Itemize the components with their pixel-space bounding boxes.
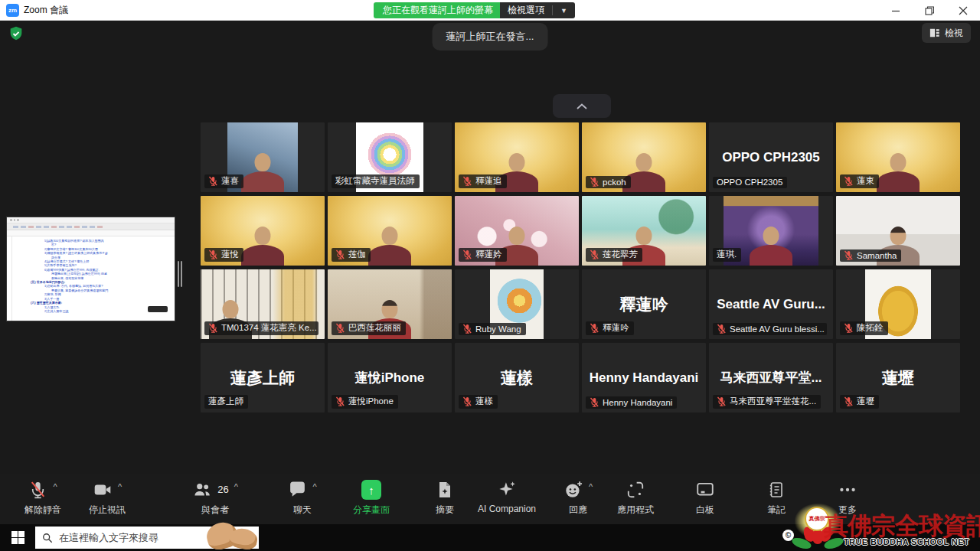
chevron-up-icon[interactable]: ^ <box>53 481 57 492</box>
participants-icon <box>192 480 212 500</box>
participant-tile[interactable]: 蓮樣蓮樣 <box>455 343 579 412</box>
participant-tile[interactable]: Seattle AV Guru...Seattle AV Guru blessi… <box>709 269 833 339</box>
participant-label: 莲伽 <box>332 248 371 262</box>
close-button[interactable] <box>946 0 980 21</box>
gallery-view-button[interactable]: 檢視 <box>922 23 971 43</box>
toolbar-label: 筆記 <box>767 504 786 517</box>
toolbar-label: AI Companion <box>478 504 536 514</box>
participant-tile[interactable]: 蓮彥上師蓮彥上師 <box>201 343 325 412</box>
participant-label: 巴西莲花丽丽 <box>332 321 406 335</box>
participant-tile[interactable]: 莲伽 <box>328 196 452 266</box>
toolbar-chat-button[interactable]: ^聊天 <box>268 480 337 517</box>
participant-label: 马来西亚尊平堂莲花... <box>713 395 821 409</box>
participant-tile[interactable]: 蓮壢蓮壢 <box>836 343 960 412</box>
toolbar-label: 摘要 <box>436 504 454 517</box>
participant-tile[interactable]: 蓮悅 <box>201 196 325 266</box>
ai-companion-icon <box>497 480 517 500</box>
participant-label: 蓮彥上師 <box>204 395 248 409</box>
view-options-button[interactable]: 檢視選項 ▼ <box>500 2 575 18</box>
doc-ruler <box>7 230 175 236</box>
speaking-toast: 蓮訶上師正在發言... <box>433 23 548 51</box>
participant-tile[interactable]: Samantha <box>836 196 960 266</box>
window-title: Zoom 會議 <box>24 4 68 17</box>
apps-icon <box>626 480 645 500</box>
participant-tile[interactable]: 釋蓮吟釋蓮吟 <box>582 269 706 339</box>
restore-button[interactable] <box>913 0 946 21</box>
participant-tile[interactable]: TM01374 蓮花憲亮 Ke... <box>201 269 325 339</box>
toolbar-label: 回應 <box>569 504 587 517</box>
notes-icon <box>767 480 786 500</box>
toolbar-label: 與會者 <box>201 504 229 517</box>
participant-tile[interactable]: 陳拓銓 <box>836 269 960 339</box>
participant-tile[interactable]: 釋蓮追 <box>455 122 579 192</box>
muted-mic-icon <box>208 249 218 259</box>
participant-label: 彩虹雷藏寺蓮員法師 <box>332 174 420 188</box>
toolbar-ai-button[interactable]: AI Companion <box>461 480 553 514</box>
reactions-icon <box>564 480 583 500</box>
start-button[interactable] <box>0 524 35 551</box>
security-shield-icon[interactable] <box>8 25 24 45</box>
whiteboard-icon <box>695 480 715 500</box>
zoom-app-icon: zm <box>6 4 19 17</box>
toolbar-label: 停止視訊 <box>89 504 126 517</box>
participant-grid: 蓮喜彩虹雷藏寺蓮員法師釋蓮追pckohOPPO CPH2305OPPO CPH2… <box>201 122 960 412</box>
chevron-up-icon[interactable]: ^ <box>118 481 122 492</box>
thumbnail-resize-handle[interactable] <box>177 257 183 291</box>
muted-mic-icon <box>590 323 599 333</box>
toolbar-notes-button[interactable]: 筆記 <box>742 480 811 517</box>
toolbar-share-button[interactable]: ↑分享畫面 <box>337 480 406 517</box>
toolbar-whiteboard-button[interactable]: 白板 <box>671 480 740 517</box>
muted-mic-icon <box>462 396 472 406</box>
participant-label: 蓮悅 <box>204 248 243 262</box>
toolbar-video-button[interactable]: ^停止視訊 <box>73 480 142 517</box>
grid-view-icon <box>929 28 940 38</box>
muted-mic-icon <box>590 249 599 259</box>
toolbar-apps-button[interactable]: 應用程式 <box>601 480 670 517</box>
participant-tile[interactable]: 蓮喜 <box>201 122 325 192</box>
taskbar-search[interactable] <box>35 527 259 549</box>
muted-mic-icon <box>844 176 854 186</box>
participant-label: Seattle AV Guru blessi... <box>713 323 827 335</box>
shared-screen-thumbnail[interactable]: 5)請教300文集視頻的進展? 顧本加入股團內容?2)審視的文字檔? 審視300… <box>6 217 175 321</box>
toolbar-label: 分享畫面 <box>353 504 390 517</box>
chevron-up-icon[interactable]: ^ <box>312 481 316 492</box>
chevron-up-icon <box>576 103 588 110</box>
chevron-up-icon[interactable]: ^ <box>234 481 238 492</box>
toolbar-more-button[interactable]: 更多 <box>813 480 882 517</box>
summary-icon <box>436 480 454 500</box>
muted-mic-icon <box>335 323 345 333</box>
participant-label: 釋蓮追 <box>459 174 507 188</box>
participant-tile[interactable]: 釋蓮妗 <box>455 196 579 266</box>
camera-icon <box>93 480 113 500</box>
participant-tile[interactable]: Ruby Wang <box>455 269 579 339</box>
muted-mic-icon <box>844 323 854 333</box>
participant-tile[interactable]: 蓮悅iPhone蓮悅iPhone <box>328 343 452 412</box>
participant-tile[interactable]: 彩虹雷藏寺蓮員法師 <box>328 122 452 192</box>
participant-label: 蓮琪. <box>713 248 741 262</box>
watching-screen-banner: 您正在觀看蓮訶上師的螢幕 <box>374 2 502 18</box>
participant-label: 莲花翠芳 <box>586 248 642 262</box>
participant-tile[interactable]: 巴西莲花丽丽 <box>328 269 452 339</box>
windows-taskbar: WLINEzoom 美金... ︿ 中 下午 04:45 2024/5/2 <box>0 524 980 551</box>
chevron-up-icon[interactable]: ^ <box>589 481 593 492</box>
muted-mic-icon <box>462 249 472 259</box>
participant-tile[interactable]: pckoh <box>582 122 706 192</box>
muted-mic-icon <box>844 250 854 260</box>
participant-label: 蓮東 <box>840 174 879 188</box>
participant-label: pckoh <box>586 176 631 188</box>
participant-tile[interactable]: OPPO CPH2305OPPO CPH2305 <box>709 122 833 192</box>
search-input[interactable] <box>59 532 212 543</box>
muted-mic-icon <box>717 324 727 334</box>
participant-tile[interactable]: 马来西亚尊平堂...马来西亚尊平堂莲花... <box>709 343 833 412</box>
collapse-gallery-button[interactable] <box>553 94 611 118</box>
participant-tile[interactable]: 莲花翠芳 <box>582 196 706 266</box>
toolbar-mute-button[interactable]: ^解除靜音 <box>8 480 77 517</box>
muted-mic-icon <box>844 396 854 406</box>
toolbar-label: 解除靜音 <box>24 504 61 517</box>
divider <box>552 5 553 15</box>
participant-tile[interactable]: 蓮琪. <box>709 196 833 266</box>
participant-tile[interactable]: 蓮東 <box>836 122 960 192</box>
participant-tile[interactable]: Henny HandayaniHenny Handayani <box>582 343 706 412</box>
toolbar-participants-button[interactable]: 26^與會者 <box>181 480 250 517</box>
minimize-button[interactable] <box>879 0 913 21</box>
